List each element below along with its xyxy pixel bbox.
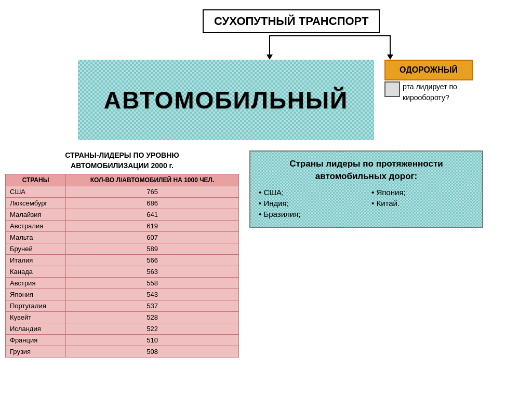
table-section: СТРАНЫ-ЛИДЕРЫ ПО УРОВНЮ АВТОМОБИЛИЗАЦИИ … [5,150,239,358]
leaders-title-line1: Страны лидеры по протяженности [289,159,443,169]
list-item: • Бразилия; [259,210,361,218]
country-cell: Португалия [6,300,66,312]
table-title-line2: АВТОМОБИЛИЗАЦИИ 2000 г. [71,161,174,170]
country-cell: Канада [6,266,66,278]
leaders-box: Страны лидеры по протяженности автомобил… [249,150,483,228]
motorization-table: СТРАНЫ КОЛ-ВО Л/АВТОМОБИЛЕЙ НА 1000 ЧЕЛ.… [5,174,239,358]
country-cell: США [6,186,66,198]
value-cell: 510 [66,335,239,346]
value-cell: 619 [66,221,239,232]
leaders-list: • США;• Индия;• Бразилия;• Япония;• Кита… [259,188,474,221]
table-row: Бруней589 [6,243,239,255]
leaders-left-col: • США;• Индия;• Бразилия; [259,188,361,221]
col-header-value: КОЛ-ВО Л/АВТОМОБИЛЕЙ НА 1000 ЧЕЛ. [66,174,239,186]
right-info-text: рта лидирует по кирообороту? [403,81,507,103]
table-row: Италия566 [6,255,239,266]
country-cell: Австралия [6,221,66,232]
main-title: СУХОПУТНЫЙ ТРАНСПОРТ [203,9,380,33]
table-row: Канада563 [6,266,239,278]
country-cell: Италия [6,255,66,266]
value-cell: 563 [66,266,239,278]
small-box [384,81,400,97]
table-row: Франция510 [6,335,239,346]
value-cell: 558 [66,278,239,289]
leaders-right-col: • Япония;• Китай. [371,188,474,221]
list-item: • Индия; [259,199,361,208]
road-block: ОДОРОЖНЫЙ [384,60,473,80]
leaders-title: Страны лидеры по протяженности автомобил… [259,158,474,183]
country-cell: Бруней [6,243,66,255]
arrow-left [267,54,273,60]
country-cell: Япония [6,289,66,300]
country-cell: Люксембург [6,198,66,209]
right-info-line2: кирообороту? [403,93,449,102]
table-row: Исландия522 [6,323,239,335]
table-title: СТРАНЫ-ЛИДЕРЫ ПО УРОВНЮ АВТОМОБИЛИЗАЦИИ … [5,150,239,171]
value-cell: 686 [66,198,239,209]
connector-right [390,35,391,56]
value-cell: 765 [66,186,239,198]
table-row: Австрия558 [6,278,239,289]
road-block-label: ОДОРОЖНЫЙ [400,65,458,75]
arrow-right [387,54,393,60]
table-row: Люксембург686 [6,198,239,209]
country-cell: Исландия [6,323,66,335]
value-cell: 522 [66,323,239,335]
value-cell: 566 [66,255,239,266]
value-cell: 537 [66,300,239,312]
table-row: Япония543 [6,289,239,300]
automobile-label: АВТОМОБИЛЬНЫЙ [104,86,348,114]
right-info-line1: рта лидирует по [403,83,457,91]
list-item: • США; [259,188,361,197]
country-cell: Малайзия [6,209,66,221]
table-row: США765 [6,186,239,198]
leaders-title-line2: автомобильных дорог: [315,171,418,181]
automobile-block: АВТОМОБИЛЬНЫЙ [78,60,374,140]
value-cell: 641 [66,209,239,221]
table-row: Кувейт528 [6,312,239,323]
value-cell: 543 [66,289,239,300]
country-cell: Грузия [6,346,66,358]
table-row: Малайзия641 [6,209,239,221]
list-item: • Япония; [371,188,474,197]
country-cell: Франция [6,335,66,346]
value-cell: 607 [66,232,239,243]
table-row: Грузия508 [6,346,239,358]
country-cell: Кувейт [6,312,66,323]
value-cell: 508 [66,346,239,358]
connector-horizontal [269,35,391,36]
connector-left [269,35,270,56]
col-header-country: СТРАНЫ [6,174,66,186]
table-row: Португалия537 [6,300,239,312]
list-item: • Китай. [371,199,474,208]
table-row: Мальта607 [6,232,239,243]
main-title-text: СУХОПУТНЫЙ ТРАНСПОРТ [214,15,368,28]
country-cell: Австрия [6,278,66,289]
table-title-line1: СТРАНЫ-ЛИДЕРЫ ПО УРОВНЮ [65,151,179,159]
value-cell: 528 [66,312,239,323]
table-row: Австралия619 [6,221,239,232]
value-cell: 589 [66,243,239,255]
country-cell: Мальта [6,232,66,243]
